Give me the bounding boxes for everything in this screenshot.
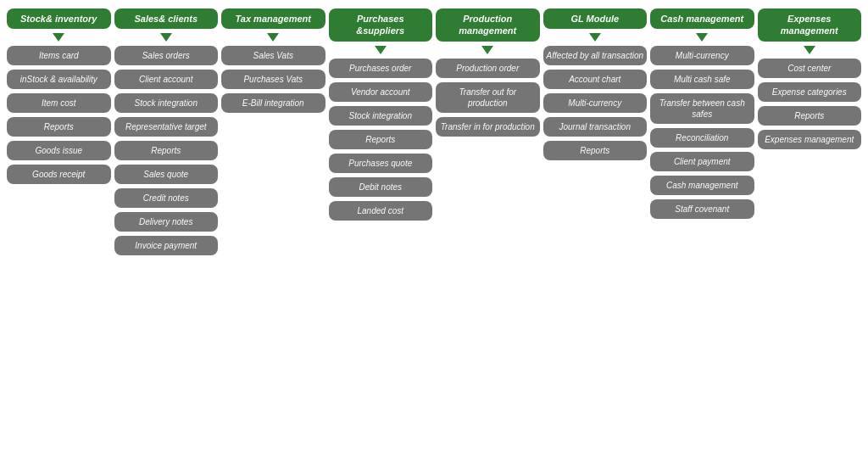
- column-header-production-management: Production management: [436, 8, 540, 42]
- item-stock-inventory-2[interactable]: Item cost: [7, 93, 111, 113]
- item-stock-inventory-0[interactable]: Items card: [7, 46, 111, 65]
- item-sales-clients-6[interactable]: Credit notes: [114, 188, 219, 208]
- item-expenses-management-2[interactable]: Reports: [758, 106, 862, 126]
- item-expenses-management-3[interactable]: Expenses management: [758, 130, 862, 149]
- arrow-down-purchases-suppliers: [375, 46, 387, 54]
- item-purchases-suppliers-6[interactable]: Landed cost: [329, 201, 433, 221]
- item-gl-module-3[interactable]: Journal transaction: [543, 117, 648, 137]
- item-purchases-suppliers-5[interactable]: Debit notes: [329, 177, 433, 197]
- item-sales-clients-3[interactable]: Representative target: [114, 117, 219, 137]
- item-cash-management-4[interactable]: Client payment: [650, 152, 754, 171]
- item-sales-clients-4[interactable]: Reports: [114, 141, 219, 160]
- item-sales-clients-7[interactable]: Delivery notes: [114, 212, 219, 232]
- item-cash-management-6[interactable]: Staff covenant: [650, 199, 754, 219]
- item-sales-clients-8[interactable]: Invoice payment: [114, 236, 219, 255]
- column-header-tax-management: Tax management: [221, 8, 326, 29]
- item-tax-management-1[interactable]: Purchases Vats: [221, 70, 326, 89]
- column-header-purchases-suppliers: Purchases &suppliers: [329, 8, 433, 42]
- item-stock-inventory-5[interactable]: Goods receipt: [7, 165, 111, 184]
- arrow-down-production-management: [481, 46, 493, 54]
- item-purchases-suppliers-3[interactable]: Reports: [329, 130, 433, 149]
- column-header-cash-management: Cash management: [650, 8, 754, 29]
- item-production-management-2[interactable]: Transfer in for production: [436, 117, 540, 137]
- arrow-down-sales-clients: [160, 33, 172, 42]
- arrow-down-expenses-management: [804, 46, 815, 54]
- item-expenses-management-0[interactable]: Cost center: [758, 59, 862, 78]
- item-sales-clients-2[interactable]: Stock integration: [114, 93, 219, 113]
- column-stock-inventory: Stock& inventoryItems cardinStock & avai…: [7, 8, 111, 184]
- item-sales-clients-0[interactable]: Sales orders: [114, 46, 219, 65]
- item-expenses-management-1[interactable]: Expense categories: [758, 82, 862, 102]
- arrow-down-stock-inventory: [53, 33, 64, 42]
- item-purchases-suppliers-1[interactable]: Vendor account: [329, 82, 433, 102]
- column-gl-module: GL ModuleAffected by all transactionAcco…: [543, 8, 648, 160]
- column-cash-management: Cash managementMulti-currencyMulti cash …: [650, 8, 754, 219]
- item-stock-inventory-1[interactable]: inStock & availability: [7, 70, 111, 89]
- column-header-gl-module: GL Module: [543, 8, 648, 29]
- arrow-down-cash-management: [696, 33, 708, 42]
- item-gl-module-0[interactable]: Affected by all transaction: [543, 46, 648, 65]
- item-production-management-1[interactable]: Transfer out for production: [436, 82, 540, 113]
- column-expenses-management: Expenses managementCost centerExpense ca…: [758, 8, 862, 149]
- item-stock-inventory-3[interactable]: Reports: [7, 117, 111, 137]
- item-tax-management-0[interactable]: Sales Vats: [221, 46, 326, 65]
- item-purchases-suppliers-4[interactable]: Purchases quote: [329, 154, 433, 173]
- item-tax-management-2[interactable]: E-Bill integration: [221, 93, 326, 113]
- item-cash-management-0[interactable]: Multi-currency: [650, 46, 754, 65]
- item-cash-management-2[interactable]: Transfer between cash safes: [650, 93, 754, 124]
- item-purchases-suppliers-2[interactable]: Stock integration: [329, 106, 433, 126]
- item-cash-management-3[interactable]: Reconciliation: [650, 128, 754, 148]
- item-gl-module-2[interactable]: Multi-currency: [543, 93, 648, 113]
- arrow-down-tax-management: [267, 33, 279, 42]
- item-cash-management-1[interactable]: Multi cash safe: [650, 70, 754, 89]
- column-header-expenses-management: Expenses management: [758, 8, 862, 42]
- item-purchases-suppliers-0[interactable]: Purchases order: [329, 59, 433, 78]
- column-purchases-suppliers: Purchases &suppliersPurchases orderVendo…: [329, 8, 433, 221]
- item-production-management-0[interactable]: Production order: [436, 59, 540, 78]
- column-production-management: Production managementProduction orderTra…: [436, 8, 540, 137]
- item-sales-clients-1[interactable]: Client account: [114, 70, 219, 89]
- column-tax-management: Tax managementSales VatsPurchases VatsE-…: [221, 8, 326, 113]
- item-gl-module-4[interactable]: Reports: [543, 141, 648, 160]
- item-cash-management-5[interactable]: Cash management: [650, 176, 754, 195]
- column-header-sales-clients: Sales& clients: [114, 8, 219, 29]
- diagram: Stock& inventoryItems cardinStock & avai…: [0, 0, 868, 464]
- column-header-stock-inventory: Stock& inventory: [7, 8, 111, 29]
- item-stock-inventory-4[interactable]: Goods issue: [7, 141, 111, 160]
- arrow-down-gl-module: [589, 33, 601, 42]
- column-sales-clients: Sales& clientsSales ordersClient account…: [114, 8, 219, 255]
- item-gl-module-1[interactable]: Account chart: [543, 70, 648, 89]
- item-sales-clients-5[interactable]: Sales quote: [114, 165, 219, 184]
